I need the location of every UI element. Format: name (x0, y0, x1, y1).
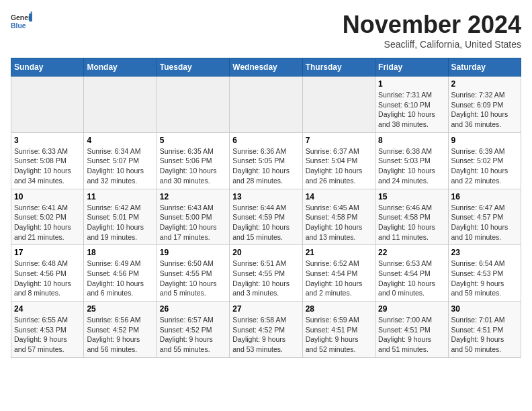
day-number: 17 (14, 248, 81, 257)
day-info: Sunrise: 6:46 AM Sunset: 4:58 PM Dayligh… (378, 203, 445, 242)
day-info: Sunrise: 6:35 AM Sunset: 5:06 PM Dayligh… (160, 146, 226, 186)
day-number: 6 (232, 136, 299, 145)
calendar-week-1: 1Sunrise: 7:31 AM Sunset: 6:10 PM Daylig… (11, 77, 521, 133)
day-number: 4 (87, 136, 153, 145)
day-info: Sunrise: 7:31 AM Sunset: 6:10 PM Dayligh… (378, 90, 445, 130)
day-number: 14 (306, 192, 372, 201)
calendar-cell: 17Sunrise: 6:48 AM Sunset: 4:56 PM Dayli… (11, 245, 84, 302)
calendar-cell: 22Sunrise: 6:53 AM Sunset: 4:54 PM Dayli… (375, 245, 448, 302)
day-number: 18 (87, 248, 153, 257)
day-number: 20 (232, 248, 299, 257)
day-number: 22 (378, 248, 445, 257)
day-number: 19 (160, 248, 226, 257)
day-number: 11 (87, 192, 153, 201)
calendar-cell: 30Sunrise: 7:01 AM Sunset: 4:51 PM Dayli… (448, 302, 521, 358)
day-number: 8 (378, 136, 445, 145)
calendar-cell: 24Sunrise: 6:55 AM Sunset: 4:53 PM Dayli… (11, 302, 84, 358)
day-info: Sunrise: 6:51 AM Sunset: 4:55 PM Dayligh… (232, 259, 299, 298)
calendar-cell: 5Sunrise: 6:35 AM Sunset: 5:06 PM Daylig… (157, 132, 229, 189)
day-number: 30 (451, 304, 518, 314)
day-number: 25 (87, 304, 153, 314)
weekday-header-tuesday: Tuesday (157, 58, 229, 77)
day-info: Sunrise: 6:49 AM Sunset: 4:56 PM Dayligh… (87, 259, 153, 298)
day-info: Sunrise: 6:55 AM Sunset: 4:53 PM Dayligh… (14, 315, 81, 355)
day-info: Sunrise: 6:43 AM Sunset: 5:00 PM Dayligh… (160, 203, 226, 242)
calendar-cell: 3Sunrise: 6:33 AM Sunset: 5:08 PM Daylig… (11, 132, 84, 189)
weekday-header-wednesday: Wednesday (230, 58, 302, 77)
day-info: Sunrise: 6:52 AM Sunset: 4:54 PM Dayligh… (306, 259, 372, 298)
calendar-week-3: 10Sunrise: 6:41 AM Sunset: 5:02 PM Dayli… (11, 189, 521, 245)
day-number: 12 (160, 192, 226, 201)
day-info: Sunrise: 6:39 AM Sunset: 5:02 PM Dayligh… (451, 146, 518, 186)
day-number: 27 (232, 304, 299, 314)
svg-text:Blue: Blue (11, 22, 26, 30)
calendar-cell: 21Sunrise: 6:52 AM Sunset: 4:54 PM Dayli… (302, 245, 375, 302)
calendar-cell: 20Sunrise: 6:51 AM Sunset: 4:55 PM Dayli… (230, 245, 302, 302)
calendar-cell: 28Sunrise: 6:59 AM Sunset: 4:51 PM Dayli… (302, 302, 375, 358)
calendar-cell: 27Sunrise: 6:58 AM Sunset: 4:52 PM Dayli… (230, 302, 302, 358)
calendar-cell: 11Sunrise: 6:42 AM Sunset: 5:01 PM Dayli… (84, 189, 157, 245)
day-info: Sunrise: 6:38 AM Sunset: 5:03 PM Dayligh… (378, 146, 445, 186)
day-number: 26 (160, 304, 226, 314)
day-number: 1 (378, 79, 445, 89)
header: General Blue November 2024 Seacliff, Cal… (11, 11, 521, 50)
calendar-cell: 16Sunrise: 6:47 AM Sunset: 4:57 PM Dayli… (448, 189, 521, 245)
calendar-week-5: 24Sunrise: 6:55 AM Sunset: 4:53 PM Dayli… (11, 302, 521, 358)
day-info: Sunrise: 6:47 AM Sunset: 4:57 PM Dayligh… (451, 203, 518, 242)
day-number: 7 (306, 136, 372, 145)
day-info: Sunrise: 6:33 AM Sunset: 5:08 PM Dayligh… (14, 146, 81, 186)
calendar-cell: 1Sunrise: 7:31 AM Sunset: 6:10 PM Daylig… (375, 77, 448, 133)
day-info: Sunrise: 6:34 AM Sunset: 5:07 PM Dayligh… (87, 146, 153, 186)
calendar-cell: 8Sunrise: 6:38 AM Sunset: 5:03 PM Daylig… (375, 132, 448, 189)
calendar-cell (84, 77, 157, 133)
day-info: Sunrise: 6:50 AM Sunset: 4:55 PM Dayligh… (160, 259, 226, 298)
weekday-header-friday: Friday (375, 58, 448, 77)
day-number: 13 (232, 192, 299, 201)
calendar-week-4: 17Sunrise: 6:48 AM Sunset: 4:56 PM Dayli… (11, 245, 521, 302)
day-info: Sunrise: 6:57 AM Sunset: 4:52 PM Dayligh… (160, 315, 226, 355)
calendar-cell: 13Sunrise: 6:44 AM Sunset: 4:59 PM Dayli… (230, 189, 302, 245)
day-number: 24 (14, 304, 81, 314)
title-block: November 2024 Seacliff, California, Unit… (343, 11, 521, 50)
month-title: November 2024 (343, 11, 521, 39)
calendar-body: 1Sunrise: 7:31 AM Sunset: 6:10 PM Daylig… (11, 77, 521, 358)
day-info: Sunrise: 6:41 AM Sunset: 5:02 PM Dayligh… (14, 203, 81, 242)
day-number: 29 (378, 304, 445, 314)
generalblue-logo-icon: General Blue (11, 11, 32, 32)
calendar-cell: 25Sunrise: 6:56 AM Sunset: 4:52 PM Dayli… (84, 302, 157, 358)
calendar-cell (157, 77, 229, 133)
day-info: Sunrise: 6:58 AM Sunset: 4:52 PM Dayligh… (232, 315, 299, 355)
calendar-cell: 10Sunrise: 6:41 AM Sunset: 5:02 PM Dayli… (11, 189, 84, 245)
calendar-cell: 19Sunrise: 6:50 AM Sunset: 4:55 PM Dayli… (157, 245, 229, 302)
weekday-header-monday: Monday (84, 58, 157, 77)
calendar-cell: 26Sunrise: 6:57 AM Sunset: 4:52 PM Dayli… (157, 302, 229, 358)
calendar-cell (11, 77, 84, 133)
svg-marker-2 (29, 13, 32, 21)
day-info: Sunrise: 6:45 AM Sunset: 4:58 PM Dayligh… (306, 203, 372, 242)
calendar-cell: 2Sunrise: 7:32 AM Sunset: 6:09 PM Daylig… (448, 77, 521, 133)
day-info: Sunrise: 6:37 AM Sunset: 5:04 PM Dayligh… (306, 146, 372, 186)
calendar-cell: 23Sunrise: 6:54 AM Sunset: 4:53 PM Dayli… (448, 245, 521, 302)
calendar-header: SundayMondayTuesdayWednesdayThursdayFrid… (11, 58, 521, 77)
calendar-cell: 12Sunrise: 6:43 AM Sunset: 5:00 PM Dayli… (157, 189, 229, 245)
location: Seacliff, California, United States (343, 39, 521, 50)
calendar-cell: 18Sunrise: 6:49 AM Sunset: 4:56 PM Dayli… (84, 245, 157, 302)
day-info: Sunrise: 6:54 AM Sunset: 4:53 PM Dayligh… (451, 259, 518, 298)
day-number: 3 (14, 136, 81, 145)
calendar-cell: 4Sunrise: 6:34 AM Sunset: 5:07 PM Daylig… (84, 132, 157, 189)
weekday-header-row: SundayMondayTuesdayWednesdayThursdayFrid… (11, 58, 521, 77)
day-info: Sunrise: 6:59 AM Sunset: 4:51 PM Dayligh… (306, 315, 372, 355)
day-number: 5 (160, 136, 226, 145)
weekday-header-saturday: Saturday (448, 58, 521, 77)
day-info: Sunrise: 6:53 AM Sunset: 4:54 PM Dayligh… (378, 259, 445, 298)
day-info: Sunrise: 6:44 AM Sunset: 4:59 PM Dayligh… (232, 203, 299, 242)
weekday-header-thursday: Thursday (302, 58, 375, 77)
day-number: 10 (14, 192, 81, 201)
calendar: SundayMondayTuesdayWednesdayThursdayFrid… (11, 58, 521, 358)
calendar-cell: 29Sunrise: 7:00 AM Sunset: 4:51 PM Dayli… (375, 302, 448, 358)
calendar-cell: 9Sunrise: 6:39 AM Sunset: 5:02 PM Daylig… (448, 132, 521, 189)
day-number: 23 (451, 248, 518, 257)
day-number: 2 (451, 79, 518, 89)
day-number: 9 (451, 136, 518, 145)
calendar-cell: 6Sunrise: 6:36 AM Sunset: 5:05 PM Daylig… (230, 132, 302, 189)
